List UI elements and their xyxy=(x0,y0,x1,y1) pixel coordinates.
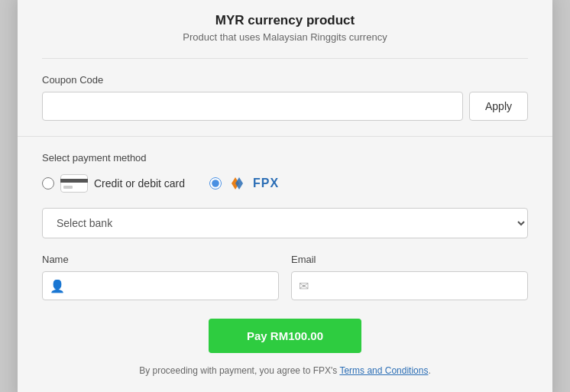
payment-options: Credit or debit card FPX xyxy=(42,174,528,193)
payment-modal: MYR currency product Product that uses M… xyxy=(18,0,552,392)
name-input-wrap: 👤 xyxy=(42,271,279,300)
svg-rect-0 xyxy=(61,175,88,193)
terms-prefix: By proceeding with payment, you agree to… xyxy=(139,365,339,376)
modal-header: MYR currency product Product that uses M… xyxy=(42,13,528,59)
name-label: Name xyxy=(42,254,279,265)
bank-select[interactable]: Select bank xyxy=(42,208,528,238)
fpx-logo: FPX xyxy=(228,176,279,191)
card-option[interactable]: Credit or debit card xyxy=(42,174,185,193)
svg-rect-2 xyxy=(63,186,73,189)
apply-button[interactable]: Apply xyxy=(469,92,528,121)
card-label: Credit or debit card xyxy=(94,177,185,190)
person-icon: 👤 xyxy=(50,279,65,293)
email-icon: ✉ xyxy=(299,279,309,293)
fpx-radio[interactable] xyxy=(209,177,222,190)
fpx-text: FPX xyxy=(253,177,279,190)
svg-rect-1 xyxy=(60,179,88,183)
card-icon xyxy=(60,174,88,193)
terms-link[interactable]: Terms and Conditions xyxy=(339,365,428,376)
modal-title: MYR currency product xyxy=(42,13,528,28)
terms-text: By proceeding with payment, you agree to… xyxy=(42,365,528,376)
fpx-option[interactable]: FPX xyxy=(209,176,279,191)
coupon-row: Apply xyxy=(42,92,528,121)
modal-subtitle: Product that uses Malaysian Ringgits cur… xyxy=(42,31,528,43)
divider xyxy=(18,136,552,137)
svg-marker-4 xyxy=(235,177,243,190)
coupon-input[interactable] xyxy=(42,92,463,121)
pay-button[interactable]: Pay RM100.00 xyxy=(209,319,361,353)
payment-method-label: Select payment method xyxy=(42,152,528,164)
terms-suffix: . xyxy=(428,365,430,376)
email-label: Email xyxy=(291,254,528,265)
fields-row: Name 👤 Email ✉ xyxy=(42,254,528,300)
email-field-group: Email ✉ xyxy=(291,254,528,300)
name-field-group: Name 👤 xyxy=(42,254,279,300)
name-input[interactable] xyxy=(42,271,279,300)
card-radio[interactable] xyxy=(42,177,54,190)
email-input[interactable] xyxy=(291,271,528,300)
email-input-wrap: ✉ xyxy=(291,271,528,300)
coupon-label: Coupon Code xyxy=(42,74,528,86)
